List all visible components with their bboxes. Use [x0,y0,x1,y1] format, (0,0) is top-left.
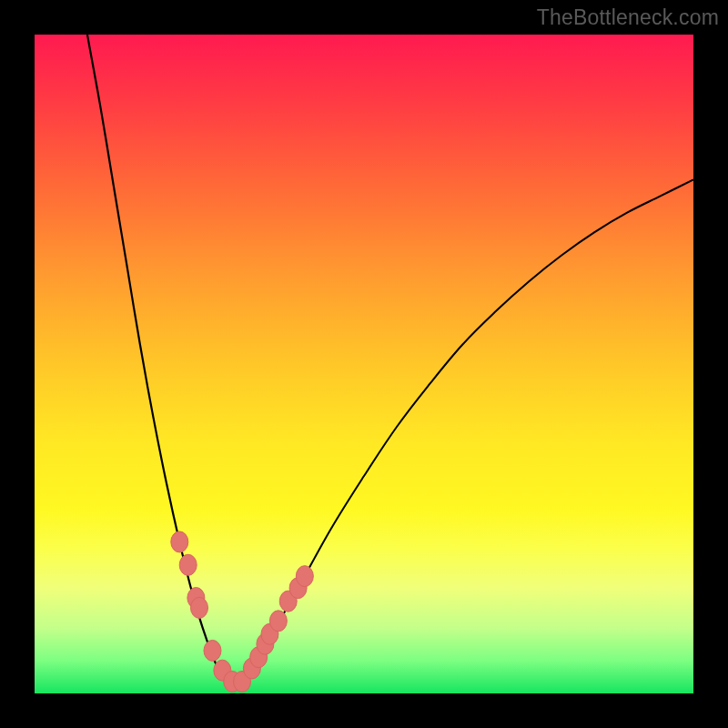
watermark-text: TheBottleneck.com [537,5,719,30]
marker-dot [204,640,221,661]
marker-dot [296,566,313,587]
curve-right-branch [232,179,693,683]
marker-dot [179,554,197,575]
curve-markers [171,531,314,692]
plot-area [35,35,693,693]
chart-frame: TheBottleneck.com [0,0,728,728]
curve-left-branch [87,35,232,683]
bottleneck-curve [35,35,693,693]
marker-dot [191,597,208,618]
marker-dot [171,531,188,552]
marker-dot [269,611,287,632]
